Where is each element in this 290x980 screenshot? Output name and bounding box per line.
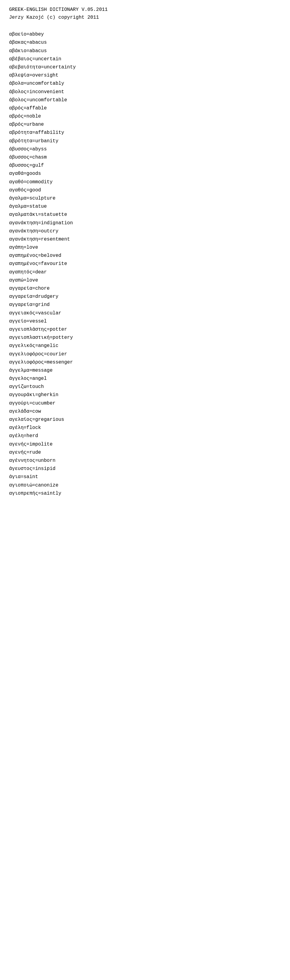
- list-item: αγιοποιώ=canonize: [9, 481, 281, 490]
- list-item: άγια=saint: [9, 473, 281, 481]
- title-line: GREEK-ENGLISH DICTIONARY V.05.2011: [9, 6, 281, 14]
- list-item: αγαπημένος=beloved: [9, 252, 281, 260]
- list-item: άβολος=uncomfortable: [9, 96, 281, 104]
- list-item: αβρός=noble: [9, 113, 281, 121]
- list-item: αγέννητος=unborn: [9, 457, 281, 465]
- list-item: άγγελμα=message: [9, 367, 281, 375]
- list-item: αγγελιοφόρος=courier: [9, 350, 281, 358]
- list-item: αγέλη=flock: [9, 424, 281, 432]
- list-item: αγγουράκι=gherkin: [9, 391, 281, 399]
- list-item: αγάπη=love: [9, 243, 281, 252]
- list-item: άγαλμα=sculpture: [9, 194, 281, 202]
- list-item: αγαπώ=love: [9, 277, 281, 285]
- list-item: αγέλη=herd: [9, 432, 281, 440]
- list-item: αγαλματάκι=statuette: [9, 211, 281, 219]
- list-item: αβεβαιότητα=uncertainty: [9, 63, 281, 72]
- list-item: αγαθό=commodity: [9, 178, 281, 186]
- list-item: αβρός=affable: [9, 104, 281, 113]
- author-line: Jerzy Kazojć (c) copyright 2011: [9, 14, 281, 22]
- list-item: αγγειοπλαστική=pottery: [9, 334, 281, 342]
- list-item: άβυσσος=gulf: [9, 162, 281, 170]
- list-item: αγαθός=good: [9, 186, 281, 194]
- list-item: αβρότητα=affability: [9, 129, 281, 137]
- list-item: αγανάκτηση=outcry: [9, 227, 281, 235]
- list-item: αβρός=urbane: [9, 121, 281, 129]
- list-item: αβέβαιος=uncertain: [9, 55, 281, 63]
- list-item: αβαείο=abbey: [9, 30, 281, 38]
- list-item: αγανάκτηση=indignation: [9, 219, 281, 227]
- list-item: άβυσσος=chasm: [9, 153, 281, 162]
- list-item: αβρότητα=urbanity: [9, 137, 281, 145]
- list-item: αγενής=rude: [9, 449, 281, 457]
- list-item: αβλεψία=oversight: [9, 72, 281, 80]
- list-item: αγαπητός=dear: [9, 268, 281, 277]
- header: GREEK-ENGLISH DICTIONARY V.05.2011 Jerzy…: [9, 6, 281, 21]
- list-item: άβυσσος=abyss: [9, 145, 281, 153]
- list-item: αγελάδα=cow: [9, 407, 281, 416]
- list-item: αγιοπρεπής=saintly: [9, 490, 281, 498]
- list-item: αγενής=impolite: [9, 441, 281, 449]
- list-item: αγγελιοφόρος=messenger: [9, 358, 281, 367]
- list-item: αγελαίος=gregarious: [9, 416, 281, 424]
- list-item: άγγελος=angel: [9, 375, 281, 383]
- list-item: αγανάκτηση=resentment: [9, 235, 281, 243]
- list-item: αγαπημένος=favourite: [9, 260, 281, 268]
- list-item: άβολα=uncomfortably: [9, 80, 281, 88]
- dictionary-entries: αβαείο=abbeyάβακας=abacusαβάκιο=abacusαβ…: [9, 30, 281, 498]
- list-item: αγγίζω=touch: [9, 383, 281, 391]
- list-item: αγγαρεία=drudgery: [9, 293, 281, 301]
- list-item: άγαλμα=statue: [9, 202, 281, 211]
- list-item: άβακας=abacus: [9, 38, 281, 47]
- list-item: αβάκιο=abacus: [9, 47, 281, 55]
- list-item: αγαθά=goods: [9, 170, 281, 178]
- list-item: αγγούρι=cucumber: [9, 399, 281, 407]
- list-item: άβολος=inconvenient: [9, 88, 281, 96]
- list-item: αγγείο=vessel: [9, 317, 281, 326]
- list-item: αγγελικός=angelic: [9, 342, 281, 350]
- list-item: αγγειακός=vascular: [9, 309, 281, 317]
- list-item: αγγειοπλάστης=potter: [9, 326, 281, 334]
- list-item: άγευστος=insipid: [9, 465, 281, 473]
- list-item: αγγαρεία=chore: [9, 285, 281, 293]
- list-item: αγγαρεία=grind: [9, 301, 281, 309]
